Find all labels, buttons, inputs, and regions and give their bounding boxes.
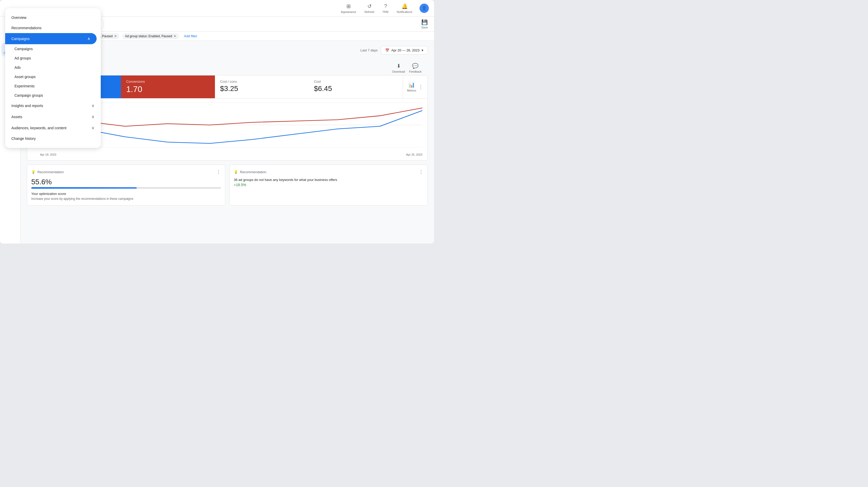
add-filter-button[interactable]: Add filter xyxy=(182,33,199,39)
header-actions: ⊞ Appearance ↺ Refresh ? Help 🔔 Notifica… xyxy=(338,1,429,16)
rec2-change: +18.5% xyxy=(234,183,424,187)
nav-sub-campaigns[interactable]: Campaigns xyxy=(5,44,101,54)
refresh-action[interactable]: ↺ Refresh xyxy=(362,1,378,16)
feedback-icon: 💬 xyxy=(412,63,418,69)
nav-assets-header[interactable]: Assets ∨ xyxy=(5,111,101,122)
optimization-score: 55.6% xyxy=(31,178,221,186)
nav-experiments[interactable]: Experiments xyxy=(5,81,101,91)
save-label: Save xyxy=(421,26,428,29)
rec2-header: 💡 Recommendation ⋮ xyxy=(234,169,424,175)
rec2-label-text: Recommendation xyxy=(240,170,266,174)
download-action[interactable]: ⬇ Download xyxy=(393,63,405,73)
rec2-lightbulb-icon: 💡 xyxy=(234,170,238,174)
help-action[interactable]: ? Help xyxy=(379,1,392,15)
date-selector: Last 7 days 📅 Apr 20 — 26, 2023 ▾ xyxy=(361,46,428,55)
nav-overview[interactable]: Overview xyxy=(5,12,101,23)
recommendation-card-2: 💡 Recommendation ⋮ 36 ad groups do not h… xyxy=(229,165,428,205)
adgroup-status-tag[interactable]: Ad group status: Enabled, Paused ✕ xyxy=(122,33,179,39)
rec1-label-text: Recommendation xyxy=(37,170,64,174)
assets-chevron-icon: ∨ xyxy=(91,114,95,119)
calendar-icon: 📅 xyxy=(385,48,389,52)
user-avatar[interactable]: 👤 xyxy=(420,4,429,13)
nav-campaigns-section-label: Campaigns xyxy=(11,37,30,41)
date-range-value: Apr 20 — 26, 2023 xyxy=(392,48,420,52)
nav-recommendations-label: Recommendations xyxy=(11,26,41,30)
adgroup-status-label: Ad group status: Enabled, Paused xyxy=(125,34,172,38)
nav-insights-label: Insights and reports xyxy=(11,104,43,108)
insights-chevron-icon: ∨ xyxy=(91,103,95,108)
campaign-status-remove-icon[interactable]: ✕ xyxy=(114,34,117,38)
nav-change-history[interactable]: Change history xyxy=(5,133,101,144)
cost-metric[interactable]: Cost $6.45 xyxy=(309,76,402,98)
metrics-right: 📊 Metrics ⋮ xyxy=(403,76,428,98)
appearance-action[interactable]: ⊞ Appearance xyxy=(338,1,359,16)
nav-insights-header[interactable]: Insights and reports ∨ xyxy=(5,100,101,111)
appearance-label: Appearance xyxy=(341,10,356,13)
rec1-more-icon[interactable]: ⋮ xyxy=(216,169,221,175)
chart-x-labels: Apr 19, 2023 Apr 25, 2023 xyxy=(40,153,423,156)
notifications-action[interactable]: 🔔 Notifications xyxy=(394,1,415,16)
nav-asset-groups-label: Asset groups xyxy=(14,75,36,79)
rec1-score-label: Your optimization score xyxy=(31,192,221,196)
campaigns-chevron-icon: ∧ xyxy=(87,36,90,41)
nav-campaign-groups[interactable]: Campaign groups xyxy=(5,91,101,100)
chart-x-label-end: Apr 25, 2023 xyxy=(406,153,423,156)
metrics-action[interactable]: 📊 Metrics xyxy=(407,82,416,92)
nav-ad-groups[interactable]: Ad groups xyxy=(5,54,101,63)
metrics-more-icon[interactable]: ⋮ xyxy=(418,84,424,89)
nav-campaigns-section[interactable]: Campaigns ∧ xyxy=(5,33,97,44)
feedback-label: Feedback xyxy=(409,70,422,73)
save-icon: 💾 xyxy=(421,19,428,25)
download-label: Download xyxy=(393,70,405,73)
nav-ad-groups-label: Ad groups xyxy=(14,56,31,60)
cost-value: $6.45 xyxy=(314,85,397,93)
chart-x-label-start: Apr 19, 2023 xyxy=(40,153,56,156)
appearance-icon: ⊞ xyxy=(346,3,351,9)
help-label: Help xyxy=(382,10,389,13)
rec1-lightbulb-icon: 💡 xyxy=(31,170,35,174)
conversions-value: 1.70 xyxy=(126,85,210,94)
date-range-label: Last 7 days xyxy=(361,48,378,52)
progress-bar xyxy=(31,187,221,189)
refresh-icon: ↺ xyxy=(367,3,372,9)
notifications-icon: 🔔 xyxy=(401,3,408,9)
nav-panel: Overview Recommendations Campaigns ∧ Cam… xyxy=(5,8,101,148)
nav-ads[interactable]: Ads xyxy=(5,63,101,72)
nav-overview-label: Overview xyxy=(11,16,26,20)
nav-campaign-groups-label: Campaign groups xyxy=(14,93,43,97)
cost-per-conv-value: $3.25 xyxy=(220,85,304,93)
nav-sub-campaigns-label: Campaigns xyxy=(14,47,33,51)
date-range-button[interactable]: 📅 Apr 20 — 26, 2023 ▾ xyxy=(381,46,428,55)
cost-per-conv-label: Cost / conv. xyxy=(220,80,304,84)
rec1-label: 💡 Recommendation xyxy=(31,170,64,174)
rec2-more-icon[interactable]: ⋮ xyxy=(419,169,424,175)
nav-audiences-label: Audiences, keywords, and content xyxy=(11,126,66,130)
nav-experiments-label: Experiments xyxy=(14,84,35,88)
recommendation-card-1: 💡 Recommendation ⋮ 55.6% Your optimizati… xyxy=(27,165,225,205)
metrics-label: Metrics xyxy=(407,89,416,92)
rec1-header: 💡 Recommendation ⋮ xyxy=(31,169,221,175)
cost-per-conv-metric[interactable]: Cost / conv. $3.25 xyxy=(215,76,309,98)
rec2-action: 36 ad groups do not have any keywords fo… xyxy=(234,178,424,182)
audiences-chevron-icon: ∨ xyxy=(91,125,95,130)
date-dropdown-icon: ▾ xyxy=(422,48,424,52)
help-icon: ? xyxy=(384,3,387,9)
nav-asset-groups[interactable]: Asset groups xyxy=(5,72,101,81)
save-button[interactable]: 💾 Save xyxy=(421,19,428,29)
conversions-label: Conversions xyxy=(126,80,210,84)
adgroup-status-remove-icon[interactable]: ✕ xyxy=(174,34,176,38)
rec2-label: 💡 Recommendation xyxy=(234,170,266,174)
conversions-metric[interactable]: Conversions 1.70 xyxy=(121,76,215,98)
notifications-label: Notifications xyxy=(397,10,412,13)
nav-audiences-header[interactable]: Audiences, keywords, and content ∨ xyxy=(5,122,101,133)
right-actions: ⬇ Download 💬 Feedback xyxy=(393,63,422,73)
nav-ads-label: Ads xyxy=(14,65,21,69)
nav-recommendations[interactable]: Recommendations xyxy=(5,23,101,33)
rec1-description: Increase your score by applying the reco… xyxy=(31,197,221,201)
metrics-icon: 📊 xyxy=(408,82,415,88)
refresh-label: Refresh xyxy=(365,10,375,13)
download-icon: ⬇ xyxy=(397,63,401,69)
feedback-action[interactable]: 💬 Feedback xyxy=(409,63,422,73)
cost-label: Cost xyxy=(314,80,397,84)
nav-change-history-label: Change history xyxy=(11,137,36,141)
